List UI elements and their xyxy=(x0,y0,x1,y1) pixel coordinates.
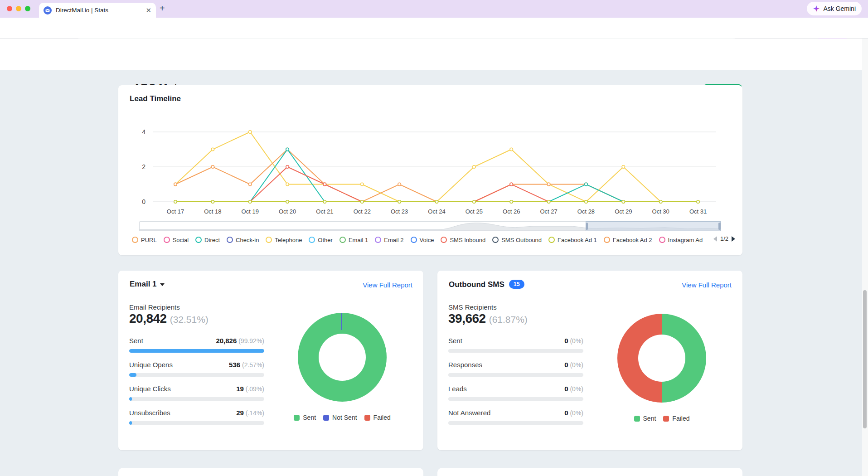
email-source-dropdown[interactable]: Email 1 xyxy=(130,280,165,289)
timeline-legend-item[interactable]: Check-in xyxy=(227,237,259,243)
stat-row: Unique Opens536 (2.57%) xyxy=(129,361,264,377)
timeline-legend-item[interactable]: Social xyxy=(164,237,189,243)
svg-text:Oct 24: Oct 24 xyxy=(428,208,445,215)
legend-swatch xyxy=(323,415,329,421)
stat-progress-bar xyxy=(129,349,264,353)
donut-legend-item[interactable]: Not Sent xyxy=(323,414,357,421)
browser-tab[interactable]: DirectMail.io | Stats ✕ xyxy=(39,3,156,18)
sms-recipients-value: 39,662(61.87%) xyxy=(448,311,528,326)
stat-progress-bar xyxy=(448,397,583,401)
legend-label: Failed xyxy=(672,415,689,422)
window-minimize-button[interactable] xyxy=(16,6,21,11)
timeline-legend-item[interactable]: PURL xyxy=(132,237,157,243)
legend-color-ring xyxy=(309,237,315,243)
legend-color-ring xyxy=(195,237,202,243)
legend-page-indicator: 1/2 xyxy=(720,235,728,242)
sms-view-full-report-link[interactable]: View Full Report xyxy=(682,281,732,289)
stat-progress-bar xyxy=(129,397,264,401)
timeline-legend-item[interactable]: SMS Inbound xyxy=(441,237,485,243)
stat-label: Responses xyxy=(448,361,482,369)
timeline-legend-item[interactable]: Email 1 xyxy=(339,237,368,243)
svg-text:Oct 26: Oct 26 xyxy=(503,208,520,215)
page-scrollbar xyxy=(862,39,868,476)
svg-text:Oct 22: Oct 22 xyxy=(354,208,371,215)
stat-value: 29 (.14%) xyxy=(236,409,264,417)
ask-gemini-button[interactable]: Ask Gemini xyxy=(807,2,862,15)
timeline-legend-item[interactable]: Other xyxy=(309,237,333,243)
stat-value: 536 (2.57%) xyxy=(229,361,264,369)
gemini-sparkle-icon xyxy=(813,5,820,12)
lead-timeline-chart[interactable]: 420Oct 17Oct 18Oct 19Oct 20Oct 21Oct 22O… xyxy=(118,104,742,221)
sms-count-badge: 15 xyxy=(509,280,524,289)
timeline-legend-item[interactable]: Telephone xyxy=(266,237,302,243)
legend-label: Instagram Ad xyxy=(668,237,703,243)
svg-text:Oct 23: Oct 23 xyxy=(391,208,408,215)
next-card-partial xyxy=(437,468,742,476)
stat-label: Not Answered xyxy=(448,409,490,417)
legend-prev-icon[interactable] xyxy=(713,236,717,242)
stat-progress-bar xyxy=(448,349,583,353)
legend-color-ring xyxy=(441,237,447,243)
tab-title: DirectMail.io | Stats xyxy=(56,7,145,14)
stat-row: Responses0 (0%) xyxy=(448,361,583,377)
timeline-legend: PURLSocialDirectCheck-inTelephoneOtherEm… xyxy=(132,235,705,244)
stat-label: Sent xyxy=(129,337,143,345)
donut-legend-item[interactable]: Sent xyxy=(634,415,656,422)
timeline-range-selector[interactable] xyxy=(139,221,721,231)
timeline-legend-item[interactable]: Voice xyxy=(411,237,434,243)
legend-color-ring xyxy=(266,237,272,243)
legend-next-icon[interactable] xyxy=(732,236,735,242)
sms-donut-chart[interactable] xyxy=(617,314,706,403)
timeline-legend-item[interactable]: Facebook Ad 2 xyxy=(604,237,652,243)
email-card: Email 1 View Full Report Email Recipient… xyxy=(118,271,423,450)
sms-stats-list: Sent0 (0%)Responses0 (0%)Leads0 (0%)Not … xyxy=(448,337,583,433)
stat-value: 0 (0%) xyxy=(564,361,583,369)
legend-label: Failed xyxy=(373,414,391,421)
stat-value: 0 (0%) xyxy=(564,385,583,393)
browser-tab-strip: DirectMail.io | Stats ✕ + Ask Gemini xyxy=(0,0,868,18)
range-handle-right[interactable] xyxy=(718,223,721,230)
stat-label: Unique Opens xyxy=(129,361,173,369)
legend-label: SMS Inbound xyxy=(450,237,485,243)
timeline-legend-item[interactable]: Facebook Ad 1 xyxy=(548,237,597,243)
window-close-button[interactable] xyxy=(7,6,12,11)
stat-value: 19 (.09%) xyxy=(236,385,264,393)
legend-label: Sent xyxy=(303,414,316,421)
stat-label: Unsubscribes xyxy=(129,409,170,417)
range-handle-left[interactable] xyxy=(586,223,588,230)
timeline-legend-item[interactable]: Instagram Ad xyxy=(659,237,703,243)
stat-row: Unsubscribes29 (.14%) xyxy=(129,409,264,425)
stat-row: Leads0 (0%) xyxy=(448,385,583,401)
donut-legend-item[interactable]: Failed xyxy=(663,415,689,422)
donut-legend-item[interactable]: Sent xyxy=(294,414,316,421)
timeline-legend-item[interactable]: Direct xyxy=(195,237,220,243)
legend-label: Telephone xyxy=(275,237,302,243)
new-tab-button[interactable]: + xyxy=(160,3,165,14)
browser-toolbar: admin.directmail.io/campaign/26677/stats… xyxy=(0,18,868,39)
timeline-legend-item[interactable]: SMS Outbound xyxy=(492,237,542,243)
email-view-full-report-link[interactable]: View Full Report xyxy=(363,281,412,289)
chevron-down-icon xyxy=(160,283,165,286)
timeline-legend-item[interactable]: Email 2 xyxy=(375,237,403,243)
legend-color-ring xyxy=(164,237,170,243)
legend-color-ring xyxy=(132,237,138,243)
legend-label: Direct xyxy=(204,237,220,243)
scrollbar-thumb[interactable] xyxy=(863,290,867,428)
tab-close-icon[interactable]: ✕ xyxy=(145,7,151,14)
window-zoom-button[interactable] xyxy=(25,6,30,11)
stat-value: 0 (0%) xyxy=(564,337,583,345)
legend-label: Other xyxy=(318,237,333,243)
email-stats-list: Sent20,826 (99.92%)Unique Opens536 (2.57… xyxy=(129,337,264,433)
page-header: ABC Motors ID: 26677 ABC Motors 09/14/20… xyxy=(0,39,868,70)
range-selection[interactable] xyxy=(586,221,721,231)
ask-gemini-label: Ask Gemini xyxy=(823,5,856,12)
legend-color-ring xyxy=(227,237,233,243)
donut-legend-item[interactable]: Failed xyxy=(364,414,391,421)
sms-donut-legend: SentFailed xyxy=(612,415,712,422)
stat-label: Sent xyxy=(448,337,462,345)
stat-value: 0 (0%) xyxy=(564,409,583,417)
legend-label: Check-in xyxy=(236,237,259,243)
svg-text:Oct 27: Oct 27 xyxy=(540,208,557,215)
legend-color-ring xyxy=(492,237,499,243)
email-donut-chart[interactable] xyxy=(298,313,387,402)
